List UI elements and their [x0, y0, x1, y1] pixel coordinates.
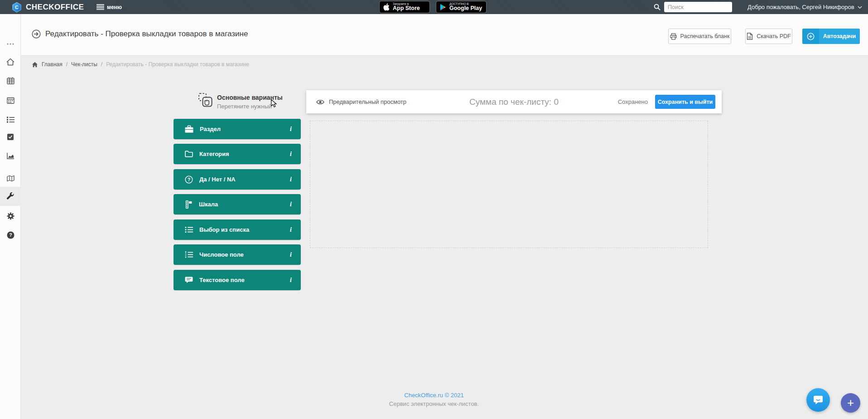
menu-label: меню [107, 4, 122, 10]
autotasks-button[interactable]: Автозадачи [802, 29, 860, 44]
palette-subtitle: Перетяните нужный [217, 103, 272, 110]
topbar: C CHECKOFFICE меню Загрузите в App Store… [0, 0, 868, 14]
chevron-down-icon [858, 6, 862, 9]
palette-item-label: Текстовое поле [199, 277, 245, 283]
checklist-sum-label: Сумма по чек-листу: [469, 97, 551, 107]
sidebar-item-checklists[interactable] [0, 110, 21, 129]
breadcrumb-home[interactable]: Главная [42, 61, 63, 68]
palette-item-label: Числовое поле [199, 251, 244, 258]
home-icon [6, 58, 14, 66]
sidebar-item-calendar[interactable] [0, 91, 21, 110]
palette-item-numeric-field[interactable]: Числовое поле i [174, 244, 301, 265]
palette-item-label: Раздел [200, 126, 221, 132]
footer-copyright-link[interactable]: CheckOffice.ru © 2021 [0, 392, 868, 399]
help-icon: ? [7, 231, 14, 239]
palette-item-category[interactable]: Категория i [174, 144, 301, 164]
sidebar-item-constructor[interactable] [0, 187, 21, 206]
sidebar: ? [0, 14, 21, 419]
info-icon[interactable]: i [290, 276, 292, 284]
palette-item-text-field[interactable]: Текстовое поле i [174, 270, 301, 290]
calendar-grid-icon [7, 77, 14, 84]
svg-text:C: C [15, 5, 18, 10]
page-title: Редактировать - Проверка выкладки товаро… [32, 29, 248, 39]
question-circle-icon: ? [185, 175, 193, 184]
search-icon[interactable] [654, 4, 661, 10]
autotasks-label: Автозадачи [819, 29, 860, 44]
wrench-icon [6, 192, 14, 200]
map-icon [7, 175, 14, 182]
arrow-circle-icon [32, 29, 41, 39]
palette-item-label: Выбор из списка [199, 226, 249, 233]
user-menu[interactable]: Добро пожаловать, Сергей Никифоров [747, 0, 862, 14]
info-icon[interactable]: i [290, 226, 292, 234]
folder-icon [185, 151, 193, 157]
briefcase-icon [185, 125, 193, 133]
info-icon[interactable]: i [290, 251, 292, 258]
preview-button[interactable]: Предварительный просмотр [316, 98, 406, 105]
comment-icon [185, 276, 193, 284]
googleplay-line2: Google Play [449, 5, 482, 11]
sidebar-item-analytics[interactable] [0, 146, 21, 165]
pdf-file-icon [747, 33, 753, 40]
preview-label: Предварительный просмотр [329, 98, 406, 105]
palette-item-label: Шкала [199, 201, 218, 208]
print-form-button[interactable]: Распечатать бланк [668, 29, 731, 44]
google-play-icon [439, 3, 447, 11]
googleplay-badge[interactable]: ДОСТУПНО В Google Play [436, 1, 487, 13]
palette-item-section[interactable]: Раздел i [174, 119, 301, 139]
appstore-line2: App Store [393, 5, 420, 11]
checkoffice-logo-icon: C [12, 2, 22, 13]
download-pdf-label: Скачать PDF [757, 33, 791, 39]
calendar-alt-icon [7, 97, 14, 104]
sidebar-item-help[interactable]: ? [0, 225, 21, 244]
save-exit-button[interactable]: Сохранить и выйти [655, 95, 715, 109]
sidebar-item-more[interactable] [0, 34, 21, 54]
page-header: Редактировать - Проверка выкладки товаро… [0, 14, 868, 56]
appstore-badge[interactable]: Загрузите в App Store [379, 1, 430, 13]
sidebar-item-map[interactable] [0, 169, 21, 188]
sidebar-item-schedule[interactable] [0, 71, 21, 90]
more-icon [7, 43, 14, 45]
checklist-drop-zone[interactable] [310, 121, 708, 248]
editor-toolbar: Предварительный просмотр Сумма по чек-ли… [306, 90, 722, 113]
home-breadcrumb-icon[interactable] [32, 62, 38, 68]
svg-text:?: ? [188, 177, 190, 182]
info-icon[interactable]: i [290, 150, 292, 158]
sidebar-item-tasks[interactable] [0, 127, 21, 146]
add-fab-button[interactable]: + [841, 393, 860, 413]
hamburger-icon [96, 4, 104, 10]
palette-item-yes-no-na[interactable]: ? Да / Нет / NA i [174, 169, 301, 190]
check-square-icon [7, 133, 14, 141]
sidebar-item-settings[interactable] [0, 206, 21, 225]
checklist-sum-value: 0 [554, 97, 559, 107]
breadcrumb-checklists[interactable]: Чек-листы [71, 61, 97, 68]
list-icon [7, 117, 14, 123]
breadcrumb: Главная / Чек-листы / Редактировать - Пр… [32, 59, 249, 69]
eye-icon [316, 99, 324, 105]
cursor-icon [270, 99, 277, 108]
printer-icon [670, 33, 677, 40]
scale-icon [185, 200, 193, 209]
sidebar-item-home[interactable] [0, 52, 21, 71]
brand-name: CHECKOFFICE [26, 3, 84, 12]
menu-button[interactable]: меню [96, 0, 122, 14]
search-input[interactable] [664, 2, 732, 12]
gear-icon [7, 212, 14, 220]
info-icon[interactable]: i [290, 175, 292, 183]
svg-text:?: ? [9, 232, 12, 238]
info-icon[interactable]: i [290, 200, 292, 208]
plus-circle-icon [807, 33, 815, 40]
download-pdf-button[interactable]: Скачать PDF [745, 29, 792, 44]
checkoffice-logo[interactable]: C CHECKOFFICE [12, 0, 84, 14]
breadcrumb-separator: / [101, 61, 102, 68]
list-ol-icon [185, 251, 193, 258]
palette-item-list-choice[interactable]: Выбор из списка i [174, 219, 301, 240]
info-icon[interactable]: i [290, 125, 292, 133]
breadcrumb-current: Редактировать - Проверка выкладки товаро… [106, 61, 249, 68]
palette-item-scale[interactable]: Шкала i [174, 194, 301, 214]
palette-item-label: Категория [199, 151, 229, 157]
chat-bubble-icon [812, 394, 824, 406]
page-title-text: Редактировать - Проверка выкладки товаро… [45, 29, 248, 39]
chart-icon [7, 152, 14, 159]
chat-widget-button[interactable] [806, 388, 830, 412]
